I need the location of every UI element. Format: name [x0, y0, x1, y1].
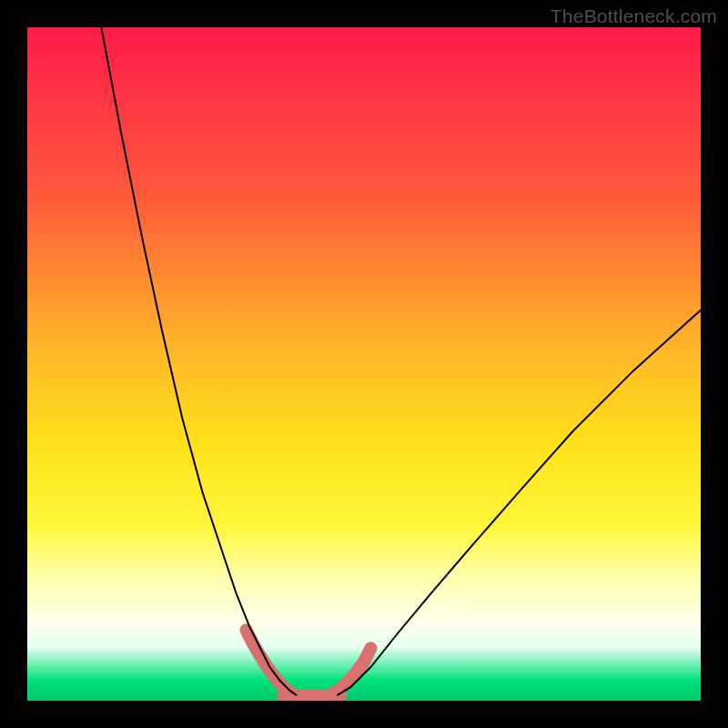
chart-svg: [27, 27, 701, 701]
curve-right: [337, 310, 701, 695]
watermark-text: TheBottleneck.com: [551, 5, 717, 27]
pink-band-left: [247, 630, 294, 694]
plot-area: [27, 27, 701, 701]
curve-left: [101, 27, 297, 695]
outer-frame: TheBottleneck.com: [0, 0, 728, 728]
